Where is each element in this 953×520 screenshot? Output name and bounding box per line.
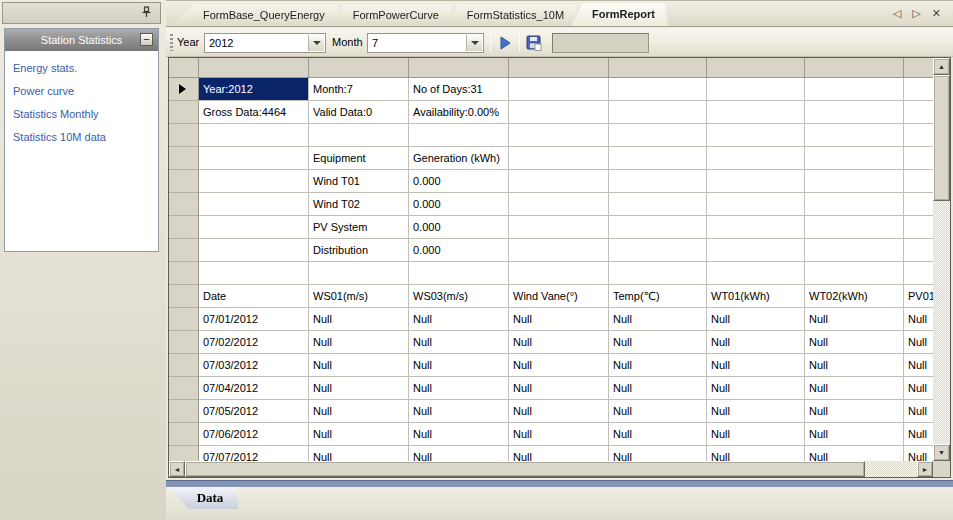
grid-cell[interactable]: Null (707, 331, 805, 354)
grid-cell[interactable]: WS03(m/s) (409, 285, 509, 308)
tab-formreport[interactable]: FormReport (571, 3, 668, 26)
grid-cell[interactable] (805, 147, 904, 170)
grid-column-header[interactable] (609, 58, 707, 78)
row-selector[interactable] (169, 239, 199, 262)
grid-cell[interactable] (509, 124, 609, 147)
row-selector-current[interactable] (169, 78, 199, 101)
grid-cell[interactable] (707, 147, 805, 170)
grid-cell[interactable]: WS01(m/s) (309, 285, 409, 308)
horizontal-scrollbar-thumb[interactable] (185, 461, 865, 477)
grid-cell[interactable]: Null (409, 377, 509, 400)
grid-cell[interactable] (609, 147, 707, 170)
grid-cell[interactable] (904, 216, 933, 239)
grid-cell[interactable] (609, 193, 707, 216)
vertical-scrollbar-thumb[interactable] (933, 75, 950, 201)
toolbar-textbox[interactable] (552, 33, 649, 53)
grid-column-header[interactable] (707, 58, 805, 78)
grid-cell[interactable]: WT01(kWh) (707, 285, 805, 308)
toolbar-grip[interactable] (170, 34, 173, 51)
grid-cell[interactable]: Null (707, 446, 805, 461)
grid-cell[interactable] (707, 101, 805, 124)
grid-cell[interactable] (805, 262, 904, 285)
grid-cell[interactable] (609, 170, 707, 193)
year-combobox[interactable]: 2012 (204, 33, 326, 53)
grid-cell[interactable]: Null (309, 400, 409, 423)
grid-cell[interactable]: Month:7 (309, 78, 409, 101)
grid-cell[interactable]: PV01(kWh) (904, 285, 933, 308)
save-button[interactable] (524, 34, 544, 52)
grid-cell[interactable] (309, 124, 409, 147)
grid-cell[interactable] (199, 216, 309, 239)
grid-cell[interactable]: Date (199, 285, 309, 308)
grid-cell[interactable]: Null (904, 423, 933, 446)
grid-cell[interactable]: Null (707, 308, 805, 331)
grid-cell[interactable] (509, 101, 609, 124)
vertical-scrollbar-track[interactable] (933, 201, 950, 444)
grid-cell[interactable] (707, 78, 805, 101)
row-selector[interactable] (169, 170, 199, 193)
grid-cell[interactable]: Null (609, 308, 707, 331)
grid-cell[interactable] (805, 239, 904, 262)
grid-cell[interactable]: Temp(℃) (609, 285, 707, 308)
grid-cell[interactable]: 0.000 (409, 170, 509, 193)
row-selector[interactable] (169, 124, 199, 147)
grid-cell[interactable] (609, 78, 707, 101)
grid-cell[interactable] (805, 124, 904, 147)
grid-cell[interactable]: Null (707, 423, 805, 446)
grid-cell[interactable] (707, 216, 805, 239)
chevron-down-icon[interactable] (466, 35, 482, 51)
grid-cell[interactable] (199, 239, 309, 262)
grid-cell[interactable]: Null (309, 354, 409, 377)
sidebar-item-power-curve[interactable]: Power curve (13, 85, 158, 97)
grid-column-header[interactable] (509, 58, 609, 78)
grid-cell[interactable]: Null (609, 423, 707, 446)
grid-cell[interactable]: Availability:0.00% (409, 101, 509, 124)
grid-cell[interactable]: Null (309, 308, 409, 331)
grid-cell[interactable]: Gross Data:4464 (199, 101, 309, 124)
grid-cell[interactable]: Distribution (309, 239, 409, 262)
grid-cell[interactable]: 0.000 (409, 193, 509, 216)
grid-cell[interactable]: Null (805, 423, 904, 446)
grid-cell[interactable] (805, 193, 904, 216)
grid-column-header[interactable] (805, 58, 904, 78)
grid-cell[interactable]: 0.000 (409, 239, 509, 262)
row-selector[interactable] (169, 193, 199, 216)
grid-cell[interactable] (805, 170, 904, 193)
grid-cell[interactable]: Null (904, 400, 933, 423)
grid-cell[interactable] (509, 147, 609, 170)
grid-cell[interactable]: Null (509, 377, 609, 400)
grid-cell[interactable] (904, 170, 933, 193)
scroll-tabs-right-icon[interactable]: ▷ (910, 7, 924, 19)
grid-cell[interactable] (707, 262, 805, 285)
grid-cell[interactable]: Null (309, 377, 409, 400)
grid-cell[interactable]: 07/07/2012 (199, 446, 309, 461)
grid-cell[interactable]: Null (609, 377, 707, 400)
row-selector[interactable] (169, 308, 199, 331)
grid-cell[interactable] (199, 147, 309, 170)
grid-cell[interactable]: Null (805, 400, 904, 423)
grid-cell[interactable] (509, 262, 609, 285)
vertical-scrollbar[interactable]: ▲ ▼ (933, 58, 950, 461)
grid-cell[interactable]: Wind Vane(°) (509, 285, 609, 308)
grid-cell[interactable] (904, 239, 933, 262)
grid-cell[interactable] (805, 101, 904, 124)
row-selector[interactable] (169, 331, 199, 354)
row-selector[interactable] (169, 147, 199, 170)
grid-cell[interactable]: Null (409, 446, 509, 461)
grid-cell[interactable]: 07/02/2012 (199, 331, 309, 354)
row-selector[interactable] (169, 101, 199, 124)
grid-cell[interactable]: Null (309, 423, 409, 446)
grid-cell[interactable]: Null (409, 308, 509, 331)
grid-cell[interactable]: Null (509, 331, 609, 354)
grid-cell[interactable]: Null (509, 308, 609, 331)
grid-cell[interactable] (509, 170, 609, 193)
grid-cell[interactable]: Wind T01 (309, 170, 409, 193)
tab-formstatistics-10m[interactable]: FormStatistics_10M (446, 5, 577, 26)
row-selector[interactable] (169, 377, 199, 400)
grid-cell[interactable] (609, 216, 707, 239)
grid-cell[interactable] (805, 78, 904, 101)
row-selector[interactable] (169, 216, 199, 239)
grid-cell[interactable]: Year:2012 (199, 78, 309, 101)
grid-cell[interactable]: Null (707, 354, 805, 377)
grid-cell[interactable]: 07/01/2012 (199, 308, 309, 331)
